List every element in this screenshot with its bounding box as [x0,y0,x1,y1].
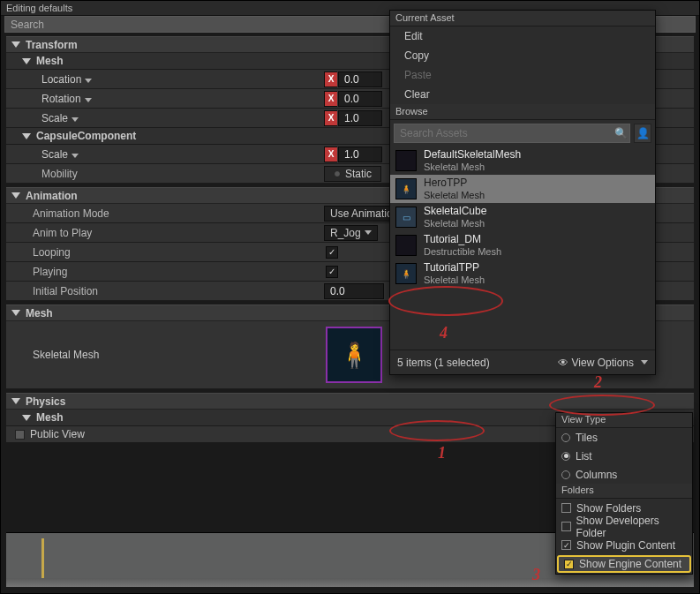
checkbox-icon [561,540,571,550]
chevron-down-icon [22,133,31,139]
chevron-down-icon [11,192,20,199]
show-plugin-content[interactable]: Show Plugin Content [556,536,692,554]
chevron-down-icon [22,415,31,421]
initial-position-field[interactable]: 0.0 [324,283,384,299]
location-x-field[interactable]: 0.0 [338,71,382,87]
show-engine-content[interactable]: Show Engine Content [557,555,691,573]
view-list[interactable]: List [556,447,692,465]
show-developers-folder[interactable]: Show Developers Folder [556,517,692,536]
picker-copy[interactable]: Copy [390,46,655,65]
radio-icon [334,170,341,177]
checkbox-icon [561,522,571,531]
asset-search[interactable]: 🔍 [394,124,630,143]
chevron-down-icon [11,398,20,404]
view-options-menu: View Type Tiles List Columns Folders Sho… [555,412,693,575]
view-tiles[interactable]: Tiles [556,428,692,447]
chevron-down-icon[interactable] [85,98,92,102]
scale-x-field[interactable]: 1.0 [338,110,382,126]
chevron-down-icon[interactable] [72,154,79,158]
asset-row[interactable]: ▭ SkeletalCubeSkeletal Mesh [390,203,655,231]
radio-icon [561,433,570,442]
chevron-down-icon [11,310,20,316]
rotation-x-field[interactable]: 0.0 [338,91,382,107]
folders-header: Folders [556,484,692,499]
skeletal-mesh-thumbnail[interactable]: 🧍 [326,327,382,383]
checkbox-icon [564,560,574,569]
view-options-button[interactable]: 👁 View Options [558,357,648,369]
asset-thumbnail [395,150,417,171]
axis-x-badge: X [324,110,337,126]
chevron-down-icon [365,230,372,235]
picker-clear[interactable]: Clear [390,85,655,104]
asset-thumbnail: 🧍 [395,263,417,284]
section-physics[interactable]: Physics [6,393,694,410]
chevron-down-icon [11,41,20,48]
axis-x-badge: X [324,91,337,107]
eye-icon: 👁 [558,357,568,369]
radio-icon [561,470,570,479]
radio-icon [561,452,570,461]
chevron-down-icon [641,360,648,365]
chevron-down-icon [22,58,31,64]
view-type-header: View Type [556,413,692,428]
chevron-down-icon[interactable] [85,79,92,83]
asset-row[interactable]: 🧍 TutorialTPPSkeletal Mesh [390,259,655,288]
asset-thumbnail: 🧍 [395,178,417,199]
asset-thumbnail: ▭ [395,207,417,228]
anim-to-play-dropdown[interactable]: R_Jog [324,225,378,241]
public-view-checkbox[interactable] [15,430,25,440]
filter-user-icon[interactable]: 👤 [634,124,651,143]
picker-edit[interactable]: Edit [390,26,655,46]
popup-header-current: Current Asset [390,11,655,26]
axis-x-badge: X [324,147,337,162]
playing-checkbox[interactable] [326,266,338,278]
capsule-scale-x-field[interactable]: 1.0 [338,147,382,162]
asset-row[interactable]: DefaultSkeletalMeshSkeletal Mesh [390,147,655,175]
asset-row[interactable]: Tutorial_DMDestructible Mesh [390,231,655,259]
picker-footer: 5 items (1 selected) 👁 View Options [390,350,655,374]
asset-picker-popup: Current Asset Edit Copy Paste Clear Brow… [389,10,656,375]
mobility-static-button[interactable]: Static [324,166,381,182]
looping-checkbox[interactable] [326,246,338,259]
picker-item-count: 5 items (1 selected) [397,357,490,369]
annotation-1: 1 [438,444,446,462]
asset-row-selected[interactable]: 🧍 HeroTPPSkeletal Mesh [390,175,655,203]
search-icon[interactable]: 🔍 [612,127,629,139]
character-icon: 🧍 [339,341,370,370]
asset-search-input[interactable] [395,127,612,139]
chevron-down-icon[interactable] [72,117,79,122]
popup-header-browse: Browse [390,104,655,120]
public-view-label: Public View [30,428,85,440]
view-columns[interactable]: Columns [556,465,692,484]
picker-paste: Paste [390,65,655,85]
checkbox-icon [561,503,571,513]
asset-thumbnail [395,235,417,256]
axis-x-badge: X [324,71,337,87]
